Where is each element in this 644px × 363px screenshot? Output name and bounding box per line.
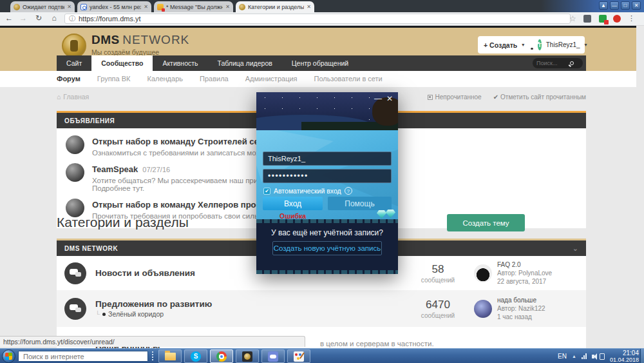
unread-icon [428, 95, 433, 100]
nav-tab-leaderboard[interactable]: Таблица лидеров [208, 55, 282, 71]
tab-close-icon[interactable]: ✕ [225, 4, 230, 10]
forum-title[interactable]: Предложения по развитию [95, 299, 402, 309]
autologin-label: Автоматический вход [274, 187, 341, 195]
mark-read-link[interactable]: ✔Отметить сайт прочитанным [493, 93, 586, 101]
extension-gear-icon[interactable] [583, 15, 591, 23]
browser-menu-icon[interactable]: ⋮ [628, 14, 635, 23]
browser-tab-1[interactable]: Ожидает подтвержден ✕ [10, 1, 75, 12]
breadcrumb[interactable]: ⌂ Главная [57, 93, 89, 101]
forum-row-suggestions[interactable]: Предложения по развитию └ Зелёный коридо… [57, 290, 586, 327]
bookmark-star-icon[interactable]: ☆ [569, 15, 577, 23]
home-icon[interactable]: ⌂ [49, 14, 59, 23]
taskbar-explorer-button[interactable] [158, 349, 182, 363]
nav-tab-site[interactable]: Сайт [57, 55, 91, 71]
announcement-date: 07/27/16 [142, 166, 170, 173]
avatar[interactable] [66, 135, 84, 154]
discord-icon [268, 351, 278, 362]
unread-link[interactable]: Непрочитанное [428, 93, 482, 101]
logo-rest-text: NETWORK [122, 33, 189, 46]
taskbar-dms-launcher-button[interactable] [236, 349, 259, 363]
avatar[interactable] [66, 163, 84, 182]
help-question-icon[interactable]: ? [345, 187, 352, 195]
chevron-down-icon[interactable]: ⌄ [573, 244, 578, 253]
user-toolbar: + Создать ▾ T ThisReyz1_ ▾ [478, 36, 585, 54]
subnav-administration[interactable]: Администрация [245, 71, 298, 87]
volume-icon[interactable] [592, 355, 594, 358]
site-logo[interactable]: DMS NETWORK Мы создаём будущее [91, 33, 189, 56]
minimize-window-button[interactable]: — [610, 1, 619, 10]
forward-icon[interactable]: → [18, 14, 28, 23]
login-username-input[interactable] [263, 152, 392, 166]
dms-logo-emblem[interactable] [62, 34, 86, 58]
subforum-label[interactable]: Зелёный коридор [108, 310, 164, 318]
action-center-icon[interactable] [600, 353, 605, 360]
browser-tab-3[interactable]: * Message "Вы должны ✕ [154, 1, 233, 12]
taskbar-paint-button[interactable] [287, 349, 310, 363]
search-icon[interactable] [570, 61, 574, 65]
tab-title: Ожидает подтвержден [23, 4, 64, 10]
last-post-title[interactable]: нада больше [497, 296, 545, 304]
tab-close-icon[interactable]: ✕ [144, 4, 148, 10]
taskbar-search-input[interactable] [19, 353, 147, 360]
last-post: нада больше Автор: Nazik122 1 час назад [474, 296, 582, 321]
create-button[interactable]: + Создать [484, 41, 517, 49]
last-post-avatar[interactable] [474, 264, 492, 282]
browser-tab-2[interactable]: yandex - 55 млн резул ✕ [77, 1, 151, 12]
taskbar-skype-button[interactable]: S [184, 349, 207, 363]
bullet-icon [102, 313, 106, 316]
tray-expand-icon[interactable]: ▲ [572, 354, 576, 358]
maximize-window-button[interactable]: □ [621, 1, 630, 10]
tab-close-icon[interactable]: ✕ [307, 4, 311, 10]
caret-down-icon: ▾ [522, 42, 524, 48]
back-icon[interactable]: ← [4, 14, 14, 23]
nav-tab-community[interactable]: Сообщество [91, 55, 153, 71]
create-account-button[interactable]: Создать новую учётную запись [272, 241, 382, 255]
login-password-input[interactable] [263, 169, 392, 183]
close-window-button[interactable]: ✕ [632, 1, 641, 10]
network-signal-icon[interactable] [582, 353, 587, 359]
username-label[interactable]: ThisReyz1_ [546, 41, 580, 48]
autologin-row: ✔ Автоматический вход ? [263, 187, 352, 195]
nav-tab-activity[interactable]: Активность [153, 55, 207, 71]
url-input[interactable] [79, 15, 566, 23]
taskbar-clock[interactable]: 21:04 01.04.2018 [610, 350, 639, 363]
site-search-box[interactable] [533, 58, 583, 68]
create-topic-button[interactable]: Создать тему [447, 214, 525, 231]
autologin-checkbox[interactable]: ✔ [263, 188, 270, 195]
browser-tab-4-active[interactable]: Категории и разделы - [ ✕ [236, 1, 314, 12]
page-info-icon[interactable]: ⓘ [69, 14, 75, 23]
taskbar-chrome-button[interactable] [210, 349, 233, 363]
site-search-input[interactable] [536, 60, 570, 66]
page-title: Категории и разделы [57, 215, 189, 230]
extension-red-icon[interactable] [613, 15, 621, 23]
subnav-calendar[interactable]: Календарь [147, 71, 183, 87]
forum-subforum[interactable]: └ Зелёный коридор [95, 310, 402, 318]
reload-icon[interactable]: ↻ [33, 14, 44, 23]
nav-tab-support[interactable]: Центр обращений [282, 55, 358, 71]
help-button[interactable]: Помощь [328, 197, 392, 210]
show-desktop-button[interactable] [640, 349, 644, 363]
last-post-title[interactable]: FAQ 2.0 [497, 260, 552, 269]
login-button[interactable]: Вход [263, 197, 323, 210]
last-post-avatar[interactable] [474, 300, 492, 318]
clock-time: 21:04 [610, 350, 639, 357]
home-icon: ⌂ [57, 93, 61, 101]
dialog-minimize-icon[interactable]: — [374, 94, 382, 103]
subnav-forum[interactable]: Форум [57, 71, 80, 87]
announcement-title[interactable]: Открыт набор в команду Хелперов проекта! [92, 200, 276, 210]
extension-adblock-icon[interactable] [599, 15, 607, 23]
tab-close-icon[interactable]: ✕ [67, 4, 71, 10]
yandex-favicon [80, 4, 87, 10]
subnav-vk-group[interactable]: Группа ВК [97, 71, 131, 87]
pin-window-button[interactable]: ▲ [599, 1, 608, 10]
dms-favicon [14, 4, 20, 10]
announcement-title[interactable]: TeamSpeak [92, 164, 138, 174]
dialog-close-icon[interactable]: ✕ [386, 94, 393, 103]
start-button[interactable] [2, 349, 15, 363]
language-indicator[interactable]: EN [558, 353, 567, 360]
taskbar-search-box[interactable] [18, 351, 148, 362]
subnav-users-online[interactable]: Пользователи в сети [314, 71, 383, 87]
address-bar[interactable]: ⓘ [64, 14, 571, 24]
subnav-rules[interactable]: Правила [200, 71, 229, 87]
taskbar-discord-button[interactable] [261, 349, 285, 363]
